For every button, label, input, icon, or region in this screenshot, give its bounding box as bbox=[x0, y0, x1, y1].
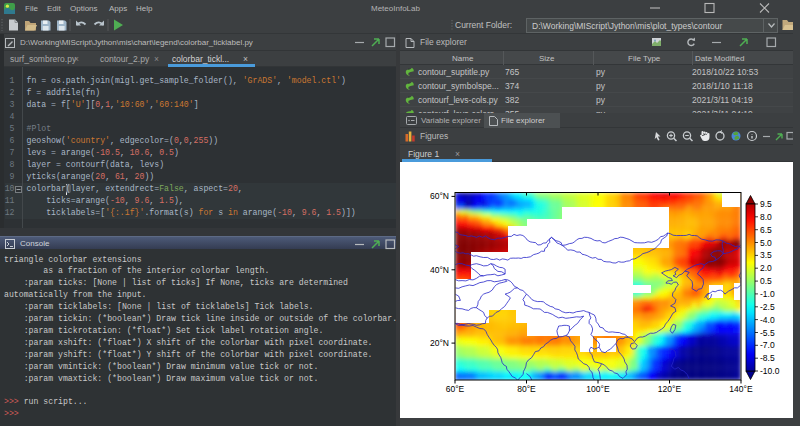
svg-text:120°E: 120°E bbox=[658, 384, 682, 394]
svg-text:-7.0: -7.0 bbox=[760, 340, 775, 350]
svg-text:-10.0: -10.0 bbox=[760, 366, 780, 376]
svg-text:60°E: 60°E bbox=[446, 384, 465, 394]
svg-text:8.0: 8.0 bbox=[760, 212, 772, 222]
svg-text:20°N: 20°N bbox=[430, 338, 449, 348]
svg-text:-8.5: -8.5 bbox=[760, 353, 775, 363]
svg-text:80°E: 80°E bbox=[517, 384, 536, 394]
svg-text:140°E: 140°E bbox=[729, 384, 753, 394]
svg-text:-2.5: -2.5 bbox=[760, 302, 775, 312]
svg-text:2.0: 2.0 bbox=[760, 263, 772, 273]
svg-text:-4.0: -4.0 bbox=[760, 315, 775, 325]
svg-text:6.5: 6.5 bbox=[760, 225, 772, 235]
svg-text:0.5: 0.5 bbox=[760, 276, 772, 286]
svg-text:9.5: 9.5 bbox=[760, 199, 772, 209]
svg-text:40°N: 40°N bbox=[430, 265, 449, 275]
svg-text:3.5: 3.5 bbox=[760, 250, 772, 260]
svg-text:-5.5: -5.5 bbox=[760, 328, 775, 338]
svg-text:-1.0: -1.0 bbox=[760, 289, 775, 299]
svg-text:5.0: 5.0 bbox=[760, 238, 772, 248]
svg-text:60°N: 60°N bbox=[430, 191, 449, 201]
svg-text:100°E: 100°E bbox=[586, 384, 610, 394]
